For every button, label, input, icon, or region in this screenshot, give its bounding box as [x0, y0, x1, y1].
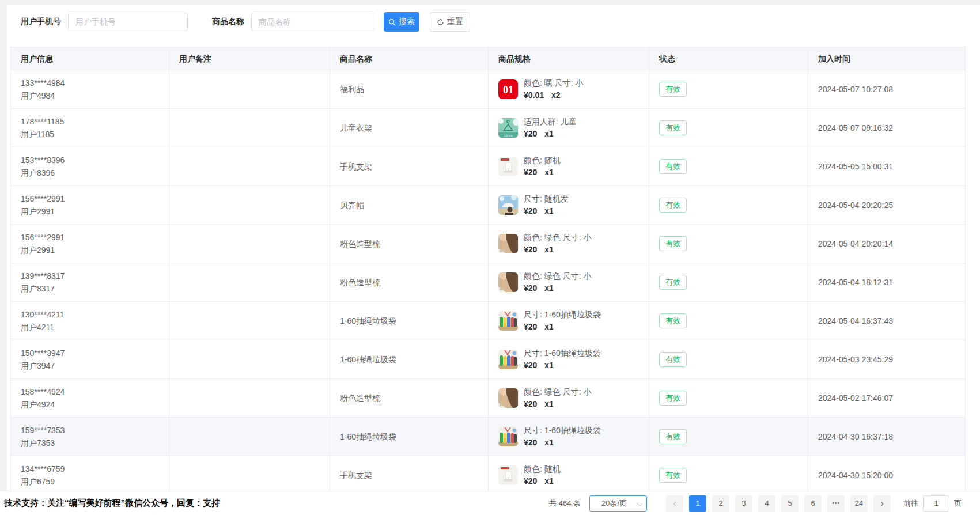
svg-text:儿童衣架: 儿童衣架 — [504, 134, 513, 137]
phone-filter-input[interactable] — [68, 13, 188, 31]
col-header-status: 状态 — [649, 52, 808, 65]
user-phone: 134****6759 — [21, 463, 163, 475]
product-qty: x1 — [544, 206, 554, 215]
status-badge: 有效 — [659, 275, 687, 290]
user-nickname: 用户4984 — [21, 90, 163, 102]
page-button-2[interactable]: 2 — [712, 495, 729, 512]
user-phone: 133****4984 — [21, 77, 163, 89]
product-spec: 尺寸: 1-60抽绳垃圾袋 — [524, 309, 601, 321]
svg-text:01: 01 — [503, 84, 513, 96]
product-qty: x1 — [544, 399, 554, 408]
product-price: ¥20 — [524, 361, 537, 370]
product-price: ¥20 — [524, 245, 537, 254]
table-row: 178****1185 用户1185 儿童衣架 儿童衣架 适用人群: 儿童 ¥2… — [11, 109, 966, 147]
col-header-spec: 商品规格 — [489, 52, 649, 65]
goto-label: 前往 — [903, 498, 918, 509]
col-header-join-time: 加入时间 — [808, 52, 965, 65]
join-time: 2024-04-30 15:20:00 — [808, 469, 965, 482]
user-phone: 153****8396 — [21, 154, 163, 166]
user-nickname: 用户6759 — [21, 476, 163, 488]
product-qty: x1 — [544, 361, 554, 370]
page-button-5[interactable]: 5 — [781, 495, 799, 512]
col-header-product: 商品名称 — [330, 52, 488, 65]
product-qty: x1 — [544, 476, 554, 486]
col-header-user-remark: 用户备注 — [169, 52, 330, 65]
status-badge: 有效 — [659, 120, 687, 135]
table-row: 158****4924 用户4924 粉色造型梳 颜色: 绿色 尺寸: 小 ¥2… — [11, 379, 966, 418]
page-size-select[interactable]: 20条/页 — [589, 495, 647, 512]
status-badge: 有效 — [659, 429, 687, 444]
page-button-6[interactable]: 6 — [804, 495, 822, 512]
table-row: 133****4984 用户4984 福利品 01 颜色: 嘿 尺寸: 小 ¥0… — [11, 70, 966, 109]
prev-page-button[interactable]: ‹ — [666, 495, 683, 512]
user-nickname: 用户4211 — [21, 321, 163, 334]
join-time: 2024-05-03 23:45:29 — [808, 353, 965, 366]
goto-page-input[interactable] — [923, 495, 949, 512]
product-filter-label: 商品名称 — [212, 17, 244, 27]
user-phone: 139****8317 — [21, 270, 163, 282]
search-button[interactable]: 搜索 — [384, 12, 419, 32]
product-name: 儿童衣架 — [330, 122, 488, 134]
product-thumbnail — [498, 311, 518, 331]
product-filter-input[interactable] — [251, 13, 374, 31]
join-time: 2024-04-30 16:37:18 — [808, 430, 965, 443]
page-button-last[interactable]: 24 — [850, 495, 868, 512]
page-button-1[interactable]: 1 — [689, 495, 706, 512]
refresh-icon — [437, 18, 444, 26]
search-button-label: 搜索 — [399, 17, 415, 27]
user-phone: 178****1185 — [21, 116, 163, 128]
product-thumbnail — [498, 195, 518, 215]
user-phone: 150****3947 — [21, 347, 163, 359]
product-qty: x1 — [544, 322, 554, 331]
join-time: 2024-05-04 20:20:14 — [808, 237, 965, 250]
product-qty: x1 — [544, 129, 554, 138]
product-price: ¥20 — [524, 283, 537, 293]
join-time: 2024-05-07 10:27:08 — [808, 83, 965, 96]
user-nickname: 用户2991 — [21, 206, 163, 218]
table-row: 156****2991 用户2991 粉色造型梳 颜色: 绿色 尺寸: 小 ¥2… — [11, 225, 966, 263]
product-spec: 颜色: 随机 — [524, 463, 561, 475]
join-time: 2024-05-04 16:37:43 — [808, 315, 965, 327]
page-button-4[interactable]: 4 — [758, 495, 775, 512]
product-qty: x1 — [544, 438, 554, 447]
product-spec: 颜色: 随机 — [524, 154, 561, 166]
cart-admin-page: 用户手机号 商品名称 搜索 重置 — [0, 0, 980, 515]
product-spec: 适用人群: 儿童 — [524, 116, 577, 128]
status-badge: 有效 — [659, 352, 687, 367]
phone-filter-label: 用户手机号 — [21, 17, 61, 27]
product-name: 福利品 — [330, 83, 488, 96]
product-qty: x2 — [551, 90, 561, 100]
product-price: ¥20 — [524, 476, 537, 486]
product-price: ¥20 — [524, 129, 537, 138]
table-row: 130****4211 用户4211 1-60抽绳垃圾袋 尺寸: 1-60抽绳垃… — [11, 302, 966, 340]
support-text: 技术支持：关注“编写美好前程”微信公众号，回复：支持 — [4, 498, 220, 509]
product-name: 粉色造型梳 — [330, 237, 488, 250]
user-nickname: 用户8396 — [21, 167, 163, 179]
product-spec: 尺寸: 1-60抽绳垃圾袋 — [524, 425, 601, 437]
status-badge: 有效 — [659, 236, 687, 251]
user-nickname: 用户7353 — [21, 437, 163, 449]
user-nickname: 用户4924 — [21, 399, 163, 411]
status-badge: 有效 — [659, 468, 687, 483]
product-spec: 尺寸: 1-60抽绳垃圾袋 — [524, 347, 601, 359]
product-name: 1-60抽绳垃圾袋 — [330, 353, 488, 366]
page-button-3[interactable]: 3 — [735, 495, 752, 512]
table-row: 153****8396 用户8396 手机支架 颜色: 随机 ¥20 x1 有效… — [11, 147, 966, 186]
product-name: 贝壳帽 — [330, 199, 488, 211]
more-pages-button[interactable]: ••• — [827, 495, 845, 512]
product-name: 手机支架 — [330, 160, 488, 173]
table-header-row: 用户信息 用户备注 商品名称 商品规格 状态 加入时间 — [11, 47, 966, 70]
user-nickname: 用户2991 — [21, 244, 163, 256]
join-time: 2024-05-07 09:16:32 — [808, 122, 965, 134]
product-spec: 颜色: 绿色 尺寸: 小 — [524, 270, 591, 282]
product-thumbnail — [498, 427, 518, 446]
product-thumbnail — [498, 465, 518, 485]
product-name: 1-60抽绳垃圾袋 — [330, 430, 488, 443]
product-price: ¥20 — [524, 438, 537, 447]
next-page-button[interactable]: › — [873, 495, 891, 512]
product-thumbnail — [498, 350, 518, 369]
product-thumbnail: 儿童衣架 — [498, 118, 518, 138]
status-badge: 有效 — [659, 313, 687, 328]
status-badge: 有效 — [659, 198, 687, 213]
reset-button[interactable]: 重置 — [430, 12, 470, 32]
